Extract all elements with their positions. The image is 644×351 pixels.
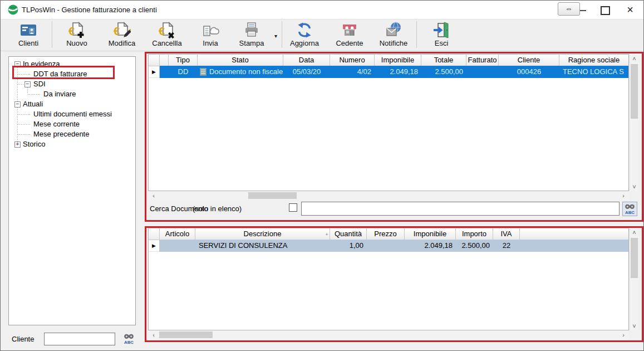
header-data[interactable]: Data (283, 55, 330, 66)
svg-text:€: € (159, 25, 165, 37)
cliente-input[interactable] (44, 333, 115, 345)
header-totale[interactable]: Totale (421, 55, 466, 66)
scroll-right-icon[interactable]: › (620, 331, 627, 339)
tree-item-storico[interactable]: Storico (23, 139, 45, 149)
maximize-button[interactable] (601, 6, 610, 15)
cancella-button[interactable]: € Cancellla (149, 21, 185, 50)
invia-label: Invia (192, 39, 229, 47)
tree-item-mese-corrente[interactable]: Mese corrente (33, 119, 80, 129)
lines-grid-header: Articolo Descrizione▴ Quantità Prezzo Im… (149, 228, 628, 240)
expander-sdi[interactable]: − (24, 81, 31, 87)
cell-cliente: 000426 (499, 66, 559, 78)
aggiorna-label: Aggiorna (286, 39, 323, 47)
esci-button[interactable]: Esci (423, 21, 460, 50)
clienti-label: Clienti (10, 39, 47, 47)
cliente-find-button[interactable]: ABC (122, 333, 136, 345)
row-selector-cell[interactable]: ▶ (149, 240, 160, 252)
lines-vertical-scrollbar[interactable]: ˄ ˅ (629, 228, 638, 330)
search-find-button[interactable]: ABC (622, 202, 637, 216)
documents-horizontal-scrollbar[interactable]: ‹ › (148, 191, 629, 200)
header-iva[interactable]: IVA (493, 228, 520, 240)
scroll-left-icon[interactable]: ‹ (150, 192, 157, 199)
lines-hscroll-thumb[interactable] (159, 332, 213, 338)
scroll-left-icon[interactable]: ‹ (150, 331, 157, 339)
lines-horizontal-scrollbar[interactable]: ‹ › (148, 330, 629, 339)
header-descrizione[interactable]: Descrizione▴ (195, 228, 330, 240)
header-importo[interactable]: Importo (456, 228, 493, 240)
resize-button[interactable]: ⇔ (558, 2, 580, 16)
header-stato[interactable]: Stato (198, 55, 283, 66)
tree-item-mese-precedente[interactable]: Mese precedente (33, 129, 89, 139)
tree-connector (27, 87, 28, 94)
header-filler (520, 228, 628, 240)
close-button[interactable]: × (623, 2, 637, 17)
navigation-tree-panel: − In evidenza DDT da fatturare − SDI Da … (8, 56, 136, 325)
header-imponibile[interactable]: Imponibile (405, 228, 456, 240)
modifica-button[interactable]: € Modifica (104, 21, 140, 50)
aggiorna-button[interactable]: Aggiorna (286, 21, 323, 50)
lines-vscroll-thumb[interactable] (631, 238, 638, 278)
clienti-button[interactable]: Clienti (10, 21, 47, 50)
notifications-mail-globe-icon (385, 21, 402, 39)
tree-connector (18, 114, 31, 115)
new-document-euro-icon: € (68, 21, 86, 39)
document-row-selected[interactable]: DD Documento non fiscale 05/03/20 4/02 2… (160, 66, 628, 78)
tree-item-sdi[interactable]: SDI (33, 79, 46, 89)
header-fatturato[interactable]: Fatturato (466, 55, 499, 66)
tree-connector (18, 134, 31, 135)
cell-imponibile: 2.049,18 (375, 66, 421, 78)
search-checkbox[interactable] (289, 203, 297, 212)
stampa-dropdown-caret[interactable]: ▾ (274, 33, 277, 39)
documents-vscroll-thumb[interactable] (631, 64, 638, 119)
expander-storico[interactable]: + (14, 142, 21, 148)
cell-ragione-sociale: TECNO LOGICA S (559, 66, 628, 78)
svg-text:€: € (114, 25, 120, 37)
sort-ascending-icon: ▴ (326, 228, 328, 239)
row-selector-cell[interactable]: ▶ (149, 66, 160, 78)
cell-imponibile: 2.049,18 (405, 240, 456, 252)
scroll-right-icon[interactable]: › (620, 192, 627, 199)
cancella-label: Cancellla (149, 39, 185, 47)
window-title: TLPosWin - Gestione fatturazione a clien… (22, 6, 157, 14)
scroll-down-icon[interactable]: ˅ (630, 183, 639, 190)
cedente-button[interactable]: Cedente (331, 21, 368, 50)
minimize-button[interactable] (580, 10, 586, 11)
nuovo-button[interactable]: € Nuovo (58, 21, 95, 50)
documents-hscroll-thumb[interactable] (248, 192, 297, 199)
cell-tipo: DD (169, 66, 198, 78)
header-cliente[interactable]: Cliente (499, 55, 559, 66)
header-articolo[interactable]: Articolo (160, 228, 195, 240)
invia-button[interactable]: Invia (192, 21, 229, 50)
tree-connector (28, 94, 41, 95)
scroll-up-icon[interactable]: ˄ (630, 229, 639, 236)
exit-door-icon (432, 21, 450, 39)
highlight-box-ddt-da-fatturare (12, 66, 115, 79)
cell-numero: 4/02 (330, 66, 375, 78)
stampa-button[interactable]: Stampa (233, 21, 270, 50)
search-input[interactable] (301, 202, 620, 216)
header-numero[interactable]: Numero (330, 55, 375, 66)
header-quantita[interactable]: Quantità (330, 228, 367, 240)
nuovo-label: Nuovo (58, 39, 95, 47)
delete-document-euro-icon: € (158, 21, 176, 39)
scroll-up-icon[interactable]: ˄ (630, 55, 639, 62)
documents-vertical-scrollbar[interactable]: ˄ ˅ (629, 54, 638, 191)
modifica-label: Modifica (104, 39, 140, 47)
scroll-down-icon[interactable]: ˅ (630, 323, 639, 329)
expander-attuali[interactable]: − (14, 101, 21, 108)
notifiche-button[interactable]: Notifiche (375, 21, 412, 50)
header-tipo[interactable]: Tipo (169, 55, 198, 66)
tree-connector (18, 84, 24, 85)
document-status-icon (200, 68, 207, 76)
tree-item-da-inviare[interactable]: Da inviare (43, 89, 76, 99)
header-ragione-sociale[interactable]: Ragione sociale (559, 55, 628, 66)
tree-item-attuali[interactable]: Attuali (23, 99, 43, 109)
cell-totale: 2.500,00 (421, 66, 466, 78)
tree-item-ultimi-documenti-emessi[interactable]: Ultimi documenti emessi (33, 109, 112, 119)
toolbar-separator (282, 21, 282, 48)
line-row-selected[interactable]: SERVIZI DI CONSULENZA 1,00 2.049,18 2.50… (160, 240, 628, 252)
header-imponibile[interactable]: Imponibile (375, 55, 421, 66)
header-prezzo[interactable]: Prezzo (367, 228, 405, 240)
print-icon (243, 21, 260, 39)
app-window: TLPosWin - Gestione fatturazione a clien… (0, 0, 644, 351)
